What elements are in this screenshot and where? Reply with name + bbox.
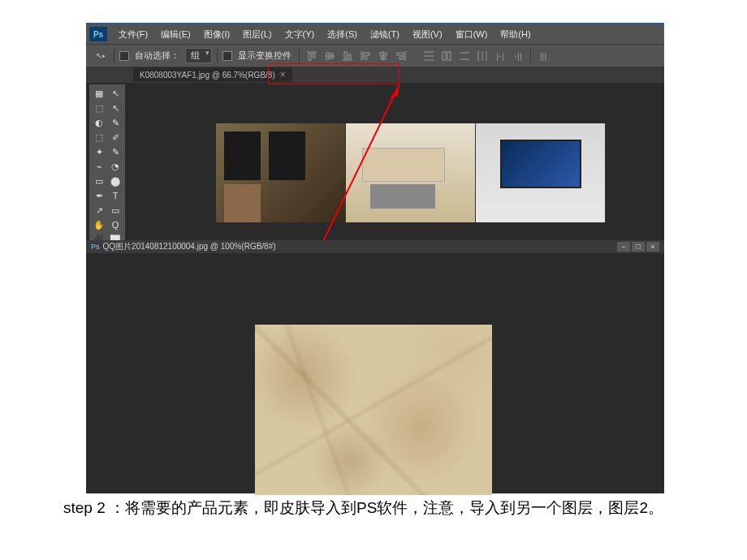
distribute-right-icon[interactable]: ◦||	[511, 50, 525, 62]
tool-pen[interactable]: ✒	[91, 188, 107, 203]
auto-select-checkbox[interactable]	[119, 51, 129, 61]
align-left-icon[interactable]	[358, 50, 373, 62]
tool-gradient[interactable]: ⬤	[107, 174, 123, 188]
menu-type[interactable]: 文字(Y)	[279, 28, 322, 41]
menu-image[interactable]: 图像(I)	[197, 28, 236, 41]
auto-select-dropdown[interactable]: 组	[185, 48, 212, 63]
svg-marker-29	[390, 84, 399, 99]
tool-magic-wand[interactable]: ✎	[107, 115, 123, 130]
tool-stamp[interactable]: ⌁	[91, 159, 107, 174]
svg-rect-10	[363, 53, 369, 55]
tool-shape[interactable]: ▭	[107, 203, 123, 218]
tool-eyedropper[interactable]: ✐	[107, 130, 123, 144]
document-2-title: QQ图片20140812100004.jpg @ 100%(RGB/8#)	[103, 241, 617, 252]
distribute-vcenter-icon[interactable]	[439, 50, 454, 62]
align-top-icon[interactable]	[304, 50, 319, 62]
tool-eraser[interactable]: ▭	[91, 174, 107, 188]
svg-rect-22	[447, 52, 451, 60]
maximize-button[interactable]: □	[632, 242, 645, 252]
distribute-left-icon[interactable]	[475, 50, 490, 62]
align-hcenter-icon[interactable]	[376, 50, 391, 62]
svg-rect-8	[348, 54, 351, 58]
svg-rect-17	[399, 57, 404, 59]
close-button[interactable]: ×	[646, 242, 659, 252]
tool-path[interactable]: ↗	[91, 203, 107, 218]
tool-move[interactable]: ↖	[107, 86, 123, 101]
menubar: Ps 文件(F) 编辑(E) 图像(I) 图层(L) 文字(Y) 选择(S) 滤…	[86, 24, 664, 44]
workspace: ▦↖ ⬚↖ ◐✎ ⬚✐ ✦✎ ⌁◔ ▭⬤ ✒T ↗▭ ✋Q ⬛⬜ ◪	[86, 83, 664, 493]
menu-window[interactable]: 窗口(W)	[449, 28, 494, 41]
show-transform-label: 显示变换控件	[238, 50, 291, 62]
options-bar: ↖▸ 自动选择： 组 显示变换控件 |◦| ◦|| |||	[86, 44, 664, 67]
canvas-document-1[interactable]	[216, 123, 606, 222]
svg-rect-1	[309, 54, 311, 60]
distribute-bottom-icon[interactable]	[457, 50, 472, 62]
menu-select[interactable]: 选择(S)	[321, 28, 364, 41]
svg-rect-2	[313, 54, 315, 58]
menu-edit[interactable]: 编辑(E)	[154, 28, 197, 41]
document-tab-bar: K0808003YAF1.jpg @ 66.7%(RGB/8) ×	[86, 67, 664, 83]
svg-rect-7	[344, 52, 347, 58]
divider	[299, 49, 300, 63]
canvas-image-center	[346, 123, 476, 222]
tool-marquee[interactable]: ⬚	[91, 101, 107, 115]
document-2-titlebar[interactable]: Ps QQ图片20140812100004.jpg @ 100%(RGB/8#)…	[86, 240, 664, 253]
tool-zoom[interactable]: Q	[107, 218, 123, 232]
tool-heal[interactable]: ✦	[91, 144, 107, 159]
tool-select[interactable]: ↖	[107, 101, 123, 115]
align-bottom-icon[interactable]	[340, 50, 355, 62]
tool-crop[interactable]: ⬚	[91, 130, 107, 144]
divider	[114, 49, 114, 63]
minimize-button[interactable]: −	[617, 242, 630, 252]
tool-hand[interactable]: ✋	[91, 218, 107, 232]
move-tool-icon[interactable]: ↖▸	[93, 50, 109, 62]
ps-logo-icon: Ps	[89, 27, 107, 41]
distribute-top-icon[interactable]	[421, 50, 436, 62]
svg-rect-21	[443, 52, 446, 60]
menu-help[interactable]: 帮助(H)	[494, 28, 537, 41]
menu-layer[interactable]: 图层(L)	[236, 28, 278, 41]
svg-rect-11	[363, 57, 367, 59]
auto-select-label: 自动选择：	[135, 50, 179, 62]
tool-brush[interactable]: ✎	[107, 144, 123, 159]
tool-history-brush[interactable]: ◔	[107, 159, 123, 174]
align-vcenter-icon[interactable]	[322, 50, 337, 62]
tab-title: K0808003YAF1.jpg @ 66.7%(RGB/8)	[140, 71, 275, 80]
divider	[530, 49, 531, 63]
tool-artboard[interactable]: ▦	[91, 86, 107, 101]
tv-screen	[500, 140, 581, 188]
3d-mode-icon[interactable]: |||	[536, 50, 551, 62]
menu-file[interactable]: 文件(F)	[112, 28, 154, 41]
canvas-image-right	[476, 123, 606, 222]
toolbox: ▦↖ ⬚↖ ◐✎ ⬚✐ ✦✎ ⌁◔ ▭⬤ ✒T ↗▭ ✋Q ⬛⬜ ◪	[89, 84, 125, 263]
document-tab-1[interactable]: K0808003YAF1.jpg @ 66.7%(RGB/8) ×	[133, 67, 292, 82]
show-transform-checkbox[interactable]	[222, 51, 232, 61]
close-icon[interactable]: ×	[280, 69, 286, 80]
svg-rect-16	[397, 53, 404, 55]
tool-text[interactable]: T	[107, 188, 123, 203]
menu-view[interactable]: 视图(V)	[406, 28, 449, 41]
canvas-document-2[interactable]	[86, 253, 664, 493]
doc2-logo-icon: Ps	[91, 243, 100, 251]
menu-filter[interactable]: 滤镜(T)	[364, 28, 406, 41]
distribute-hcenter-icon[interactable]: |◦|	[493, 50, 507, 62]
step-caption: step 2 ：将需要的产品元素，即皮肤导入到PS软件，注意，导入到另一个图层，…	[63, 497, 689, 520]
tool-lasso[interactable]: ◐	[91, 115, 107, 130]
divider	[217, 49, 218, 63]
canvas-image-left	[216, 123, 346, 222]
photoshop-window: Ps 文件(F) 编辑(E) 图像(I) 图层(L) 文字(Y) 选择(S) 滤…	[86, 23, 664, 493]
align-right-icon[interactable]	[394, 50, 408, 62]
texture-image	[255, 325, 492, 495]
